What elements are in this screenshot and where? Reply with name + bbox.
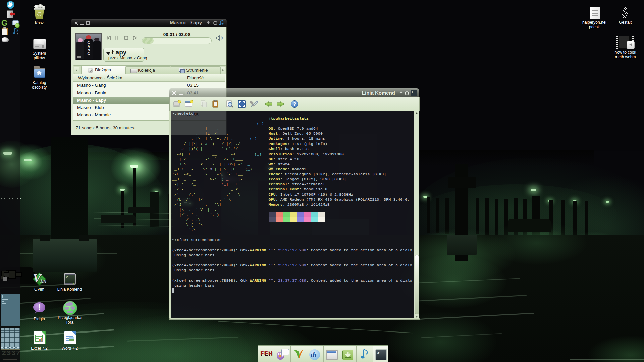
- svg-text:?: ?: [293, 101, 296, 107]
